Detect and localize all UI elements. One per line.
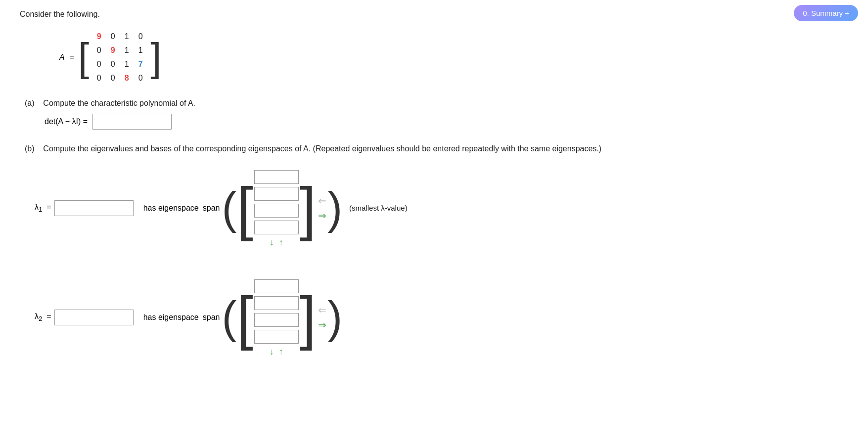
matrix-cell-3-3: 0: [135, 74, 146, 83]
part-a-letter: (a): [25, 99, 35, 107]
bottom-arrows-2: ↓ ↑: [269, 347, 284, 357]
eigenvalue2-input[interactable]: [54, 310, 134, 325]
bracket-left: [: [78, 28, 89, 87]
close-paren-2: ): [327, 295, 342, 340]
span-label-2: span: [203, 313, 220, 322]
matrix-content: 9 0 1 0 0 9 1 1 0 0 1 7 0 0 8 0: [89, 28, 150, 87]
part-b-letter: (b): [25, 144, 35, 153]
eigen2-label: λ2 =: [35, 312, 51, 322]
side-arrows-1: ⇐ ⇒: [318, 196, 326, 221]
left-bracket-1: [: [236, 168, 253, 248]
close-paren-1: ): [327, 186, 342, 230]
matrix-label: A: [59, 53, 65, 62]
matrix-cell-0-2: 1: [121, 32, 133, 41]
matrix-cell-1-0: 0: [93, 46, 105, 55]
down-arrow-2[interactable]: ↓: [269, 347, 275, 357]
right-side-arrow-1: ⇒: [318, 211, 326, 221]
question-intro: Consider the following.: [20, 10, 848, 19]
det-input[interactable]: [92, 114, 172, 130]
matrix-cell-0-1: 0: [107, 32, 119, 41]
vec1-input-3[interactable]: [254, 204, 299, 218]
right-side-arrow-2: ⇒: [318, 320, 326, 330]
vector1-wrapper: ( [ ↓ ↑: [222, 168, 342, 248]
vector-outer-1: ↓ ↑: [253, 168, 300, 248]
vec2-input-3[interactable]: [254, 313, 299, 327]
vec1-input-4[interactable]: [254, 221, 299, 234]
matrix-cell-3-0: 0: [93, 74, 105, 83]
open-paren-1: (: [222, 186, 236, 230]
left-side-arrow-2: ⇐: [318, 305, 326, 315]
det-row: det(A − λI) =: [45, 114, 848, 130]
open-paren-2: (: [222, 295, 236, 340]
bottom-arrows-1: ↓ ↑: [269, 237, 284, 248]
det-label: det(A − λI) =: [45, 117, 88, 126]
bracket-right: ]: [150, 28, 161, 87]
main-page: 0. Summary + Consider the following. A =…: [0, 0, 868, 447]
vector2-wrapper: ( [ ↓ ↑: [222, 277, 342, 357]
matrix-cell-3-1: 0: [107, 74, 119, 83]
eigenvalue2-section: λ2 = has eigenspace span ( [: [35, 277, 848, 357]
matrix-cell-2-2: 1: [121, 60, 133, 69]
smallest-lambda-label: (smallest λ-value): [349, 204, 408, 212]
matrix-section: A = [ 9 0 1 0 0 9 1 1 0 0 1 7 0: [59, 28, 848, 87]
vec2-input-1[interactable]: [254, 279, 299, 293]
has-eigenspace-2: has eigenspace: [143, 313, 199, 322]
vector-outer-2: ↓ ↑: [253, 277, 300, 357]
matrix-cell-1-1: 9: [107, 46, 119, 55]
matrix-cell-2-0: 0: [93, 60, 105, 69]
matrix-bracket: [ 9 0 1 0 0 9 1 1 0 0 1 7 0 0 8: [78, 28, 161, 87]
part-b: (b) Compute the eigenvalues and bases of…: [25, 144, 848, 357]
right-bracket-1: ]: [300, 168, 316, 248]
left-bracket-2: [: [236, 277, 253, 357]
up-arrow-1[interactable]: ↑: [278, 237, 284, 248]
vec1-input-1[interactable]: [254, 170, 299, 184]
matrix-cell-3-2: 8: [121, 74, 133, 83]
matrix-cell-1-2: 1: [121, 46, 133, 55]
part-b-label: (b) Compute the eigenvalues and bases of…: [25, 144, 848, 153]
matrix-cell-2-3: 7: [135, 60, 146, 69]
matrix-cell-1-3: 1: [135, 46, 146, 55]
part-a: (a) Compute the characteristic polynomia…: [25, 99, 848, 130]
right-bracket-2: ]: [300, 277, 316, 357]
span-label-1: span: [203, 204, 220, 213]
bracket-container-1: [ ↓ ↑ ]: [236, 168, 316, 248]
eigen1-label: λ1 =: [35, 203, 51, 213]
summary-button[interactable]: 0. Summary +: [794, 5, 858, 21]
bracket-container-2: [ ↓ ↑ ]: [236, 277, 316, 357]
eigenvalue1-section: λ1 = has eigenspace span ( [: [35, 168, 848, 248]
vector-inputs-1: [253, 168, 300, 236]
side-arrows-2: ⇐ ⇒: [318, 305, 326, 330]
vec1-input-2[interactable]: [254, 187, 299, 201]
down-arrow-1[interactable]: ↓: [269, 237, 275, 248]
part-a-label: (a) Compute the characteristic polynomia…: [25, 99, 848, 108]
vec2-input-2[interactable]: [254, 296, 299, 310]
part-a-description: Compute the characteristic polynomial of…: [43, 99, 195, 107]
matrix-cell-0-0: 9: [93, 32, 105, 41]
left-side-arrow-1: ⇐: [318, 196, 326, 206]
part-b-description: Compute the eigenvalues and bases of the…: [43, 144, 601, 153]
matrix-cell-0-3: 0: [135, 32, 146, 41]
up-arrow-2[interactable]: ↑: [278, 347, 284, 357]
matrix-cell-2-1: 0: [107, 60, 119, 69]
matrix-equals: =: [70, 53, 74, 62]
vector-inputs-2: [253, 277, 300, 346]
has-eigenspace-1: has eigenspace: [143, 204, 199, 213]
eigenvalue1-input[interactable]: [54, 200, 134, 216]
vec2-input-4[interactable]: [254, 330, 299, 344]
